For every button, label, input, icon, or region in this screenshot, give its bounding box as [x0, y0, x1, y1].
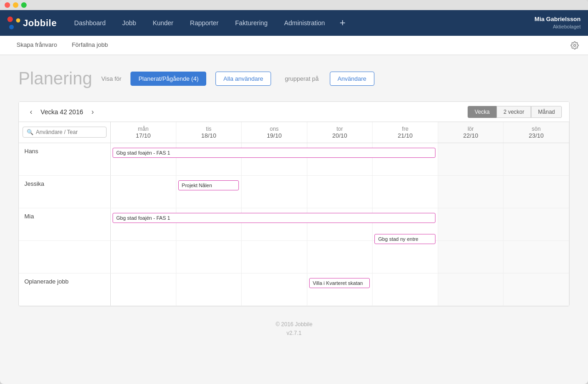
cell-mia-s2-1: [176, 241, 242, 273]
cell-oplan-0: [111, 273, 176, 306]
nav-administration[interactable]: Administration: [276, 10, 334, 36]
calendar: ‹ Vecka 42 2016 › Vecka 2 veckor Månad 🔍: [18, 101, 570, 306]
footer: © 2016 Jobbile v2.7.1: [18, 306, 570, 347]
grupperat-pa-label: grupperat på: [285, 75, 319, 82]
job-card-jessika-nalen[interactable]: Projekt Nålen: [178, 180, 239, 190]
settings-icon[interactable]: [571, 41, 579, 50]
maximize-btn[interactable]: [21, 2, 27, 8]
week-label: Vecka 42 2016: [40, 108, 83, 116]
cell-jessika-3: [307, 176, 373, 208]
cell-jessika-6: [503, 176, 569, 208]
navbar: Jobbile Dashboard Jobb Kunder Rapporter …: [0, 10, 588, 36]
row-mia: Mia: [19, 208, 569, 273]
days-header: 🔍 mån 17/10 tis 18/10 ons 19/10: [19, 122, 569, 143]
view-month-btn[interactable]: Månad: [531, 106, 562, 118]
nav-kunder[interactable]: Kunder: [144, 10, 181, 36]
user-label-hans: Hans: [19, 143, 111, 175]
nav-dashboard[interactable]: Dashboard: [66, 10, 114, 36]
calendar-body: Hans Gbg stad foajén - FAS 1: [19, 143, 569, 306]
cell-mia-s2-0: [111, 241, 176, 273]
week-nav: ‹ Vecka 42 2016 ›: [26, 106, 97, 118]
day-header-0: mån 17/10: [111, 122, 176, 143]
row-jessika: Jessika Projekt Nålen: [19, 176, 569, 208]
row-oplanerade: Oplanerade jobb Villa i Kvarteret skatan: [19, 273, 569, 306]
day-header-1: tis 18/10: [176, 122, 242, 143]
logo-area: Jobbile: [7, 17, 57, 29]
cell-jessika-2: [242, 176, 307, 208]
day-header-5: lör 22/10: [438, 122, 504, 143]
search-cell: 🔍: [19, 122, 111, 143]
nav-links: Dashboard Jobb Kunder Rapporter Fakturer…: [66, 10, 535, 36]
cell-mia-s2-5: [438, 241, 504, 273]
day-header-2: ons 19/10: [242, 122, 307, 143]
subnav-forfallna-jobb[interactable]: Förfallna jobb: [64, 36, 115, 55]
nav-jobb[interactable]: Jobb: [114, 10, 144, 36]
logo-text: Jobbile: [23, 18, 57, 28]
prev-week-btn[interactable]: ‹: [26, 106, 36, 118]
filter-all-users-btn[interactable]: Alla användare: [215, 72, 271, 86]
user-label-oplanerade: Oplanerade jobb: [19, 273, 111, 306]
main-content: Planering Visa för Planerat/Pågående (4)…: [0, 55, 588, 365]
next-week-btn[interactable]: ›: [88, 106, 97, 118]
cell-jessika-4: [373, 176, 438, 208]
cell-oplan-5: [438, 273, 504, 306]
groupby-button[interactable]: Användare: [330, 72, 374, 86]
visa-for-label: Visa för: [102, 75, 122, 82]
search-wrap: 🔍: [23, 127, 107, 138]
cell-oplan-1: [176, 273, 242, 306]
titlebar: [0, 0, 588, 10]
calendar-header: ‹ Vecka 42 2016 › Vecka 2 veckor Månad: [19, 102, 569, 122]
subnav-skapa-franvaro[interactable]: Skapa frånvaro: [9, 36, 64, 55]
add-button[interactable]: +: [333, 10, 352, 36]
nav-rapporter[interactable]: Rapporter: [182, 10, 227, 36]
cell-jessika-0: [111, 176, 176, 208]
view-toggle: Vecka 2 veckor Månad: [468, 106, 562, 118]
cell-hans-5: [438, 143, 504, 175]
job-card-hans-gbg[interactable]: Gbg stad foajén - FAS 1: [113, 148, 435, 158]
user-label-jessika: Jessika: [19, 176, 111, 208]
nav-fakturering[interactable]: Fakturering: [227, 10, 276, 36]
cell-mia-s2-2: [242, 241, 307, 273]
day-header-6: sön 23/10: [503, 122, 569, 143]
nav-user: Mia Gabrielsson Aktiebolaget: [535, 15, 581, 31]
cell-oplan-4: [373, 273, 438, 306]
close-btn[interactable]: [5, 2, 10, 8]
minimize-btn[interactable]: [13, 2, 18, 8]
cell-mia-s2-3: [307, 241, 373, 273]
job-card-oplan-villa[interactable]: Villa i Kvarteret skatan: [309, 278, 370, 288]
view-week-btn[interactable]: Vecka: [468, 106, 497, 118]
row-hans: Hans Gbg stad foajén - FAS 1: [19, 143, 569, 176]
cell-mia-s2-4: [373, 241, 438, 273]
cell-oplan-2: [242, 273, 307, 306]
search-input[interactable]: [36, 129, 96, 135]
footer-version: v2.7.1: [18, 329, 570, 338]
filter-planned-btn[interactable]: Planerat/Pågående (4): [130, 72, 206, 86]
logo-icon: [7, 17, 20, 29]
page-title: Planering: [18, 69, 92, 89]
cell-mia-s1-5: [438, 208, 504, 240]
subnav: Skapa frånvaro Förfallna jobb: [0, 36, 588, 55]
cell-oplan-6: [503, 273, 569, 306]
svg-point-0: [574, 44, 576, 46]
day-header-4: fre 21/10: [373, 122, 438, 143]
cell-mia-s1-6: [503, 208, 569, 240]
job-card-mia-ny-entre[interactable]: Gbg stad ny entre: [374, 234, 435, 244]
day-header-3: tor 20/10: [307, 122, 373, 143]
job-card-mia-gbg[interactable]: Gbg stad foajén - FAS 1: [113, 213, 435, 223]
cell-mia-s2-6: [503, 241, 569, 273]
page-header: Planering Visa för Planerat/Pågående (4)…: [18, 69, 570, 89]
search-icon: 🔍: [27, 129, 34, 135]
user-label-mia: Mia: [19, 208, 111, 240]
cell-hans-6: [503, 143, 569, 175]
view-2weeks-btn[interactable]: 2 veckor: [497, 106, 531, 118]
footer-copyright: © 2016 Jobbile: [18, 320, 570, 329]
cell-jessika-5: [438, 176, 504, 208]
